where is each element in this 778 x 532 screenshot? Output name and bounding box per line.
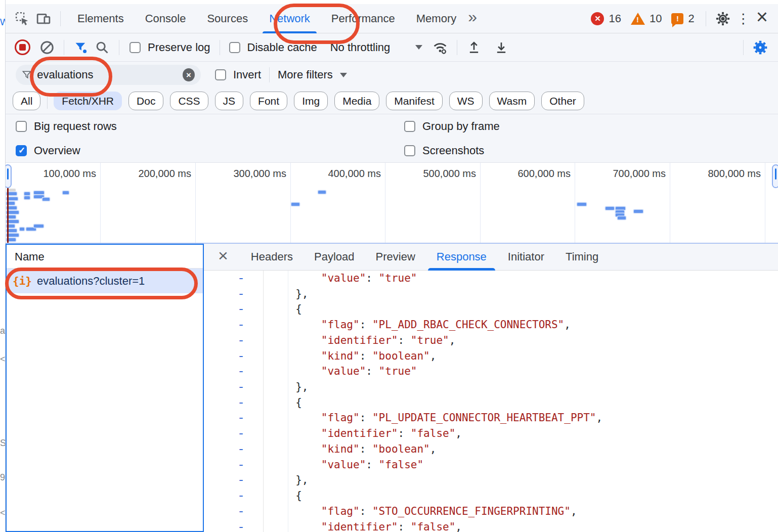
preserve-log-checkbox[interactable] xyxy=(129,42,141,53)
more-filters-label[interactable]: More filters xyxy=(278,68,333,81)
screenshots-checkbox[interactable] xyxy=(404,145,415,156)
detail-tab-timing[interactable]: Timing xyxy=(555,244,609,271)
tab-performance[interactable]: Performance xyxy=(321,4,406,33)
tab-elements[interactable]: Elements xyxy=(67,4,135,33)
filter-chip-wasm[interactable]: Wasm xyxy=(489,92,535,110)
fold-marker[interactable]: - xyxy=(204,379,263,395)
detail-tab-initiator[interactable]: Initiator xyxy=(497,244,555,271)
filter-input[interactable] xyxy=(37,68,183,81)
filter-chip-other[interactable]: Other xyxy=(541,92,584,110)
issues-count[interactable]: 2 xyxy=(688,12,694,25)
request-timeline-bar xyxy=(24,196,30,199)
import-har-icon[interactable] xyxy=(463,37,485,58)
error-badge-icon[interactable]: ✕ xyxy=(591,12,604,25)
request-timeline-bar xyxy=(577,203,586,206)
clear-network-log-icon[interactable] xyxy=(36,37,58,58)
group-by-frame-checkbox[interactable] xyxy=(404,121,415,132)
request-timeline-bar xyxy=(318,191,326,194)
devtools-panel: ElementsConsoleSourcesNetworkPerformance… xyxy=(5,0,778,532)
tab-network[interactable]: Network xyxy=(258,4,321,33)
big-request-rows-checkbox[interactable] xyxy=(16,121,27,132)
fold-marker[interactable]: - xyxy=(204,286,263,302)
request-name[interactable]: evaluations?cluster=1 xyxy=(37,275,145,288)
timeline-left-handle[interactable] xyxy=(6,164,12,188)
throttling-value[interactable]: No throttling xyxy=(330,41,391,54)
more-filters-dropdown[interactable]: More filters xyxy=(278,68,347,81)
fold-marker[interactable]: - xyxy=(204,301,263,317)
status-badges: ✕ 16 10 ! 2 xyxy=(591,12,699,25)
divider xyxy=(64,40,64,55)
fold-marker[interactable]: - xyxy=(204,317,263,333)
timeline-gridline xyxy=(385,163,385,243)
inspect-element-icon[interactable] xyxy=(12,8,33,29)
response-code[interactable]: "value": "true" }, { "flag": "PL_ADD_RBA… xyxy=(264,271,778,532)
export-har-icon[interactable] xyxy=(491,37,512,58)
tab-console[interactable]: Console xyxy=(135,4,197,33)
request-timeline-bar xyxy=(34,191,44,194)
name-column-header[interactable]: Name xyxy=(7,245,203,269)
issues-badge-icon[interactable]: ! xyxy=(671,13,683,24)
disable-cache-checkbox[interactable] xyxy=(229,42,240,53)
filter-chip-js[interactable]: JS xyxy=(215,92,244,110)
kebab-menu-icon[interactable]: ⋮ xyxy=(733,11,753,27)
filter-chip-doc[interactable]: Doc xyxy=(128,92,163,110)
invert-checkbox[interactable] xyxy=(215,69,226,80)
filter-chip-ws[interactable]: WS xyxy=(449,92,483,110)
fold-marker[interactable]: - xyxy=(204,364,263,379)
network-toolbar: Preserve log Disable cache No throttling xyxy=(6,33,778,62)
request-row-selected[interactable]: {i} evaluations?cluster=1 xyxy=(7,269,203,293)
warning-count[interactable]: 10 xyxy=(650,12,662,25)
fold-marker[interactable]: - xyxy=(204,410,263,426)
request-list-panel: Name {i} evaluations?cluster=1 xyxy=(6,244,204,532)
detail-tab-response[interactable]: Response xyxy=(426,244,497,271)
detail-tab-preview[interactable]: Preview xyxy=(365,244,426,271)
fold-marker[interactable]: - xyxy=(204,333,263,348)
fold-marker[interactable]: - xyxy=(204,488,263,504)
fold-marker[interactable]: - xyxy=(204,395,263,411)
detail-tab-payload[interactable]: Payload xyxy=(304,244,365,271)
close-detail-icon[interactable]: × xyxy=(218,246,228,265)
filter-chip-img[interactable]: Img xyxy=(294,92,328,110)
fold-marker[interactable]: - xyxy=(204,426,263,441)
fold-marker[interactable]: - xyxy=(204,504,263,519)
filter-icon[interactable] xyxy=(70,37,92,58)
network-settings-gear-icon[interactable] xyxy=(750,37,771,58)
warning-badge-icon[interactable] xyxy=(631,13,645,25)
code-line: "identifier": "false", xyxy=(264,519,778,532)
filter-chip-all[interactable]: All xyxy=(13,92,40,110)
device-toolbar-icon[interactable] xyxy=(33,8,54,29)
filter-chip-media[interactable]: Media xyxy=(334,92,379,110)
filter-chip-manifest[interactable]: Manifest xyxy=(386,92,442,110)
record-network-log-icon[interactable] xyxy=(15,39,30,55)
fold-marker[interactable]: - xyxy=(204,348,263,364)
filter-chip-font[interactable]: Font xyxy=(250,92,287,110)
filter-chip-fetch-xhr[interactable]: Fetch/XHR xyxy=(54,92,122,110)
fold-marker[interactable]: - xyxy=(204,441,263,457)
fold-marker[interactable]: - xyxy=(204,472,263,488)
settings-gear-icon[interactable] xyxy=(712,8,733,29)
tab-sources[interactable]: Sources xyxy=(196,4,258,33)
search-icon[interactable] xyxy=(92,37,113,58)
network-overview-timeline[interactable]: 100,000 ms200,000 ms300,000 ms400,000 ms… xyxy=(6,163,778,244)
more-tabs-icon[interactable]: » xyxy=(467,8,482,29)
timeline-right-handle[interactable] xyxy=(772,164,778,188)
fold-marker[interactable]: - xyxy=(204,457,263,473)
close-devtools-icon[interactable]: × xyxy=(753,9,771,28)
request-timeline-bar xyxy=(34,225,44,228)
error-count[interactable]: 16 xyxy=(609,12,621,25)
network-conditions-icon[interactable] xyxy=(429,37,451,58)
detail-tab-headers[interactable]: Headers xyxy=(240,244,304,271)
code-line: { xyxy=(264,395,778,411)
throttling-dropdown[interactable]: No throttling xyxy=(330,41,423,54)
overview-checkbox[interactable] xyxy=(16,145,27,156)
clear-filter-icon[interactable]: × xyxy=(183,68,195,81)
filter-chip-css[interactable]: CSS xyxy=(170,92,208,110)
tab-memory[interactable]: Memory xyxy=(406,4,467,33)
page-text-fragment: 9 xyxy=(0,472,5,483)
request-timeline-bar xyxy=(63,191,69,194)
fold-marker[interactable]: - xyxy=(204,271,263,286)
group-by-frame-option: Group by frame xyxy=(404,120,778,133)
request-timeline-bar xyxy=(24,192,30,195)
fold-marker[interactable]: - xyxy=(204,519,263,532)
filter-input-pill: × xyxy=(16,65,201,85)
